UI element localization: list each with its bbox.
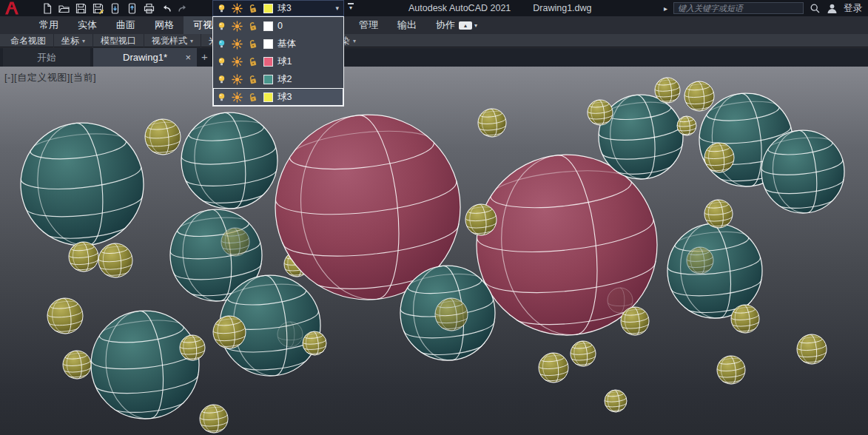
layer-lock-icon[interactable] xyxy=(247,3,258,14)
ribbon-panel-模型视口[interactable]: 模型视口 xyxy=(93,34,144,47)
layer-freeze-sun-icon[interactable] xyxy=(232,3,243,14)
layer-color-swatch[interactable] xyxy=(263,21,274,32)
layer-lock-icon[interactable] xyxy=(247,56,258,67)
tab-start[interactable]: 开始 xyxy=(3,48,90,67)
layer-freeze-sun-icon[interactable] xyxy=(232,56,243,67)
save-as-icon[interactable] xyxy=(90,0,107,16)
sphere-teal[interactable] xyxy=(178,108,282,214)
sphere-yellow[interactable] xyxy=(67,240,99,273)
file-tab-bar: 开始 Drawing1* × + xyxy=(0,48,868,67)
new-tab-button[interactable]: + xyxy=(201,48,208,67)
ribbon-tabs-right: 管理输出协作 xyxy=(349,16,465,34)
layer-color-swatch[interactable] xyxy=(263,56,274,67)
model-space-scene[interactable] xyxy=(0,67,868,435)
ribbon-tab-常用[interactable]: 常用 xyxy=(30,16,68,34)
save-icon[interactable] xyxy=(73,0,90,16)
layer-name: 球1 xyxy=(277,55,292,68)
undo-icon[interactable] xyxy=(158,0,175,16)
save-web-mobile-icon[interactable] xyxy=(124,0,141,16)
layer-dropdown: 球3 ▾ 0基体球1球2球3 xyxy=(212,0,344,107)
sphere-yellow[interactable] xyxy=(537,351,569,384)
search-icon[interactable] xyxy=(810,3,821,14)
plot-icon[interactable] xyxy=(141,0,158,16)
layer-name: 0 xyxy=(277,21,283,31)
layer-lock-icon[interactable] xyxy=(247,74,258,85)
sphere-ghost[interactable] xyxy=(277,322,303,347)
ribbon-tab-输出[interactable]: 输出 xyxy=(388,16,426,34)
search-input[interactable] xyxy=(673,2,804,14)
flyout-arrow-icon: ▾ xyxy=(82,38,85,44)
ribbon-tab-曲面[interactable]: 曲面 xyxy=(107,16,145,34)
ribbon-tabs-left: 常用实体曲面网格可视化 xyxy=(30,16,232,34)
layer-lock-icon[interactable] xyxy=(247,38,258,50)
document-title: Drawing1.dwg xyxy=(533,3,591,13)
layer-on-off-bulb-icon[interactable] xyxy=(216,74,227,85)
sphere-yellow[interactable] xyxy=(144,118,182,157)
sphere-teal[interactable] xyxy=(87,306,203,424)
ribbon-tab-实体[interactable]: 实体 xyxy=(68,16,107,34)
new-file-icon[interactable] xyxy=(38,0,55,16)
layer-freeze-sun-icon[interactable] xyxy=(232,38,243,50)
quick-access-toolbar xyxy=(38,0,192,16)
qat-customize-icon[interactable]: ▾ xyxy=(346,3,355,10)
sphere-yellow[interactable] xyxy=(683,80,715,112)
redo-icon[interactable] xyxy=(175,0,192,16)
user-icon[interactable] xyxy=(827,3,838,14)
ribbon-tab-网格[interactable]: 网格 xyxy=(145,16,184,34)
layer-name: 基体 xyxy=(277,38,296,50)
ribbon-panel-命名视图[interactable]: 命名视图 xyxy=(3,34,54,47)
sphere-yellow[interactable] xyxy=(61,349,92,380)
signin-button[interactable]: 登录 xyxy=(844,2,862,15)
layer-on-off-bulb-icon[interactable] xyxy=(216,21,227,32)
ribbon-minimize-button[interactable]: ▴ ▾ xyxy=(459,16,477,34)
panel-label: 视觉样式 xyxy=(152,35,187,47)
ribbon-panel-视觉样式[interactable]: 视觉样式▾ xyxy=(144,34,201,47)
ribbon-tab-管理[interactable]: 管理 xyxy=(349,16,388,34)
layer-lock-icon[interactable] xyxy=(247,92,258,103)
layer-row-球1[interactable]: 球1 xyxy=(213,53,343,70)
layer-lock-icon[interactable] xyxy=(247,21,258,32)
drawing-canvas[interactable]: [-][自定义视图][当前] xyxy=(0,67,868,435)
open-folder-icon[interactable] xyxy=(55,0,73,16)
sphere-yellow[interactable] xyxy=(46,297,84,336)
sphere-yellow[interactable] xyxy=(716,354,746,385)
layer-row-基体[interactable]: 基体 xyxy=(213,35,343,53)
layer-color-swatch[interactable] xyxy=(263,74,274,85)
sphere-yellow[interactable] xyxy=(604,389,628,414)
layer-combo-icons xyxy=(216,3,274,14)
layer-color-swatch[interactable] xyxy=(263,92,274,103)
layer-color-swatch[interactable] xyxy=(263,3,274,14)
panel-label: 命名视图 xyxy=(10,35,46,47)
layer-on-off-bulb-icon[interactable] xyxy=(216,3,227,14)
window-title: Autodesk AutoCAD 2021Drawing1.dwg xyxy=(408,0,592,16)
viewport-controls[interactable]: [-][自定义视图][当前] xyxy=(4,71,96,84)
ribbon-panel-坐标[interactable]: 坐标▾ xyxy=(54,34,93,47)
layer-on-off-bulb-icon[interactable] xyxy=(216,56,227,67)
layer-freeze-sun-icon[interactable] xyxy=(232,92,243,103)
layer-combo[interactable]: 球3 ▾ xyxy=(212,0,344,16)
sphere-yellow[interactable] xyxy=(198,403,229,434)
sphere-yellow[interactable] xyxy=(477,107,507,138)
flyout-arrow-icon: ▾ xyxy=(353,38,356,44)
layer-on-off-bulb-icon[interactable] xyxy=(216,92,227,103)
open-web-mobile-icon[interactable] xyxy=(107,0,124,16)
close-tab-icon[interactable]: × xyxy=(185,48,191,67)
tab-drawing1[interactable]: Drawing1* × xyxy=(93,48,197,67)
layer-freeze-sun-icon[interactable] xyxy=(232,21,243,32)
layer-row-球2[interactable]: 球2 xyxy=(213,70,343,88)
ribbon-tab-bar: 常用实体曲面网格可视化 管理输出协作 ▴ ▾ xyxy=(0,16,868,34)
ribbon-panel-row: 命名视图坐标▾模型视口视觉样式▾光源▾ 染 ▾ xyxy=(0,34,868,47)
search-expand-icon[interactable]: ▸ xyxy=(664,4,667,13)
layer-row-0[interactable]: 0 xyxy=(213,17,343,35)
layer-freeze-sun-icon[interactable] xyxy=(232,74,243,85)
autocad-logo-icon[interactable] xyxy=(2,0,21,16)
sphere-teal[interactable] xyxy=(16,117,149,252)
layer-row-球3[interactable]: 球3 xyxy=(213,88,343,106)
sphere-yellow[interactable] xyxy=(795,333,827,365)
sphere-yellow[interactable] xyxy=(97,242,134,279)
layer-name: 球3 xyxy=(277,91,292,104)
layer-color-swatch[interactable] xyxy=(263,38,274,50)
layer-on-off-bulb-icon[interactable] xyxy=(216,38,227,50)
layer-name: 球2 xyxy=(277,73,292,86)
sphere-yellow[interactable] xyxy=(570,340,597,367)
